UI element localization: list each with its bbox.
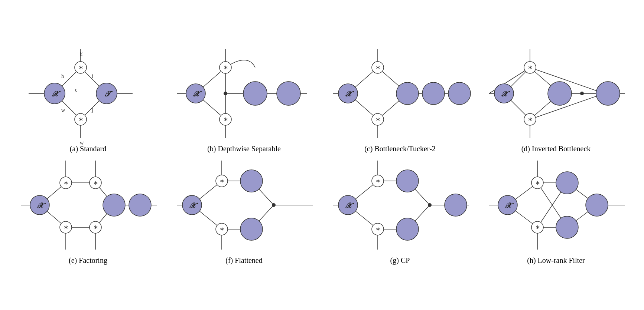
canvas-c: 𝒳 ∗ ∗ [329, 45, 471, 142]
svg-point-81 [548, 82, 572, 105]
bottom-row: 𝒳 ∗ ∗ ∗ ∗ (e) Factoring [6, 157, 638, 265]
caption-d: (d) Inverted Bottleneck [521, 145, 591, 153]
caption-a: (a) Standard [70, 145, 106, 153]
diagram-g: 𝒳 ∗ ∗ (g) CP [326, 157, 474, 265]
canvas-e: 𝒳 ∗ ∗ ∗ ∗ [17, 157, 159, 253]
svg-point-169 [586, 194, 608, 216]
diagram-e: 𝒳 ∗ ∗ ∗ ∗ (e) Factoring [14, 157, 162, 265]
svg-point-37 [243, 82, 267, 105]
svg-point-36 [224, 92, 227, 95]
svg-text:∗: ∗ [535, 179, 540, 186]
svg-text:∗: ∗ [219, 178, 224, 184]
svg-point-168 [556, 216, 578, 238]
diagram-a: h i w j c c' h' w' 𝒳 𝒯 ∗ [14, 45, 162, 153]
canvas-g: 𝒳 ∗ ∗ [329, 157, 471, 253]
svg-point-82 [580, 92, 584, 95]
top-row: h i w j c c' h' w' 𝒳 𝒯 ∗ [6, 45, 638, 153]
diagram-h: 𝒳 ∗ ∗ (h) Low-rank Filter [482, 157, 630, 265]
svg-text:∗: ∗ [528, 64, 533, 70]
diagram-b: 𝒳 ∗ ∗ (b) Depthwise Separable [170, 45, 318, 153]
svg-point-108 [129, 194, 151, 216]
svg-point-147 [428, 203, 432, 207]
canvas-h: 𝒳 ∗ ∗ [485, 157, 627, 253]
svg-point-127 [272, 203, 276, 207]
svg-text:∗: ∗ [93, 224, 98, 230]
svg-text:∗: ∗ [528, 116, 533, 122]
svg-text:h: h [61, 73, 64, 79]
caption-b: (b) Depthwise Separable [207, 145, 281, 153]
svg-point-126 [240, 218, 263, 240]
svg-point-148 [445, 194, 467, 216]
diagram-c: 𝒳 ∗ ∗ (c) Bottleneck/Tucker-2 [326, 45, 474, 153]
canvas-f: 𝒳 ∗ ∗ [173, 157, 315, 253]
svg-point-125 [240, 170, 263, 192]
caption-h: (h) Low-rank Filter [527, 256, 585, 265]
canvas-a: h i w j c c' h' w' 𝒳 𝒯 ∗ [17, 45, 159, 142]
caption-c: (c) Bottleneck/Tucker-2 [364, 145, 436, 153]
svg-text:∗: ∗ [223, 64, 228, 70]
svg-text:i: i [92, 73, 93, 79]
svg-text:h': h' [80, 51, 84, 57]
diagram-f: 𝒳 ∗ ∗ (f) Flattened [170, 157, 318, 265]
canvas-d: 𝒳 ∗ ∗ [485, 45, 627, 142]
svg-text:∗: ∗ [78, 116, 83, 122]
svg-text:w': w' [80, 140, 85, 146]
svg-text:∗: ∗ [375, 116, 380, 122]
svg-point-145 [396, 170, 419, 192]
caption-g: (g) CP [390, 256, 410, 265]
svg-point-59 [396, 82, 419, 105]
svg-point-107 [103, 194, 125, 216]
caption-f: (f) Flattened [225, 256, 262, 265]
svg-text:w: w [61, 108, 65, 113]
caption-e: (e) Factoring [69, 256, 107, 265]
svg-text:∗: ∗ [223, 116, 228, 122]
svg-text:∗: ∗ [64, 224, 68, 230]
svg-point-61 [448, 82, 471, 105]
svg-point-60 [422, 82, 445, 105]
canvas-b: 𝒳 ∗ ∗ [173, 45, 315, 142]
svg-text:∗: ∗ [375, 64, 380, 70]
svg-text:∗: ∗ [78, 64, 83, 70]
main-container: h i w j c c' h' w' 𝒳 𝒯 ∗ [6, 7, 638, 303]
svg-text:∗: ∗ [375, 178, 380, 184]
svg-text:j: j [91, 108, 93, 113]
svg-text:∗: ∗ [93, 179, 98, 186]
svg-text:∗: ∗ [535, 224, 540, 230]
svg-text:c: c [75, 87, 77, 93]
diagram-d: 𝒳 ∗ ∗ (d) Inverted Bottleneck [482, 45, 630, 153]
svg-point-83 [596, 82, 620, 105]
svg-point-167 [556, 172, 578, 194]
svg-text:∗: ∗ [64, 179, 68, 186]
svg-text:∗: ∗ [375, 226, 380, 232]
svg-point-38 [277, 82, 300, 105]
svg-text:∗: ∗ [219, 226, 224, 232]
svg-point-146 [396, 218, 419, 240]
